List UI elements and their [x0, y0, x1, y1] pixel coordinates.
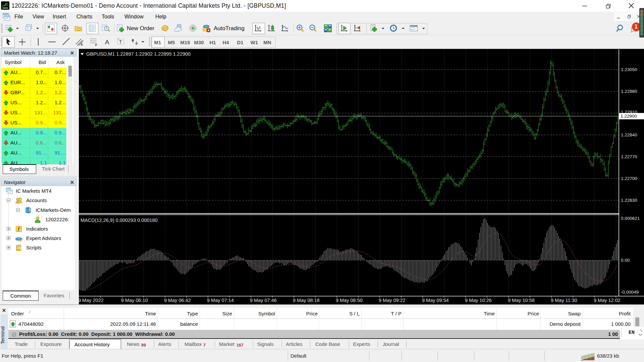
svg-text:9 May 06:42: 9 May 06:42 [164, 298, 191, 303]
svg-text:9 May 11:30: 9 May 11:30 [551, 298, 577, 303]
svg-text:9 May 07:46: 9 May 07:46 [250, 298, 277, 303]
svg-text:9 May 08:50: 9 May 08:50 [336, 298, 363, 303]
svg-text:1.22980: 1.22980 [621, 89, 637, 94]
svg-text:1.22630: 1.22630 [621, 198, 637, 203]
svg-text:1.22840: 1.22840 [621, 132, 637, 137]
svg-text:1.22910: 1.22910 [621, 110, 637, 115]
svg-text:9 May 07:14: 9 May 07:14 [207, 298, 234, 303]
svg-text:0.00: 0.00 [621, 258, 630, 263]
svg-text:F: F [95, 43, 97, 46]
svg-text:GBPUSD,M1 1.22897 1.22902 1.2: GBPUSD,M1 1.22897 1.22902 1.22895 1.2290… [86, 51, 191, 57]
svg-text:IC: IC [5, 3, 8, 6]
svg-text:1.23050: 1.23050 [621, 67, 637, 72]
svg-text:9 May 08:18: 9 May 08:18 [293, 298, 320, 303]
svg-text:E: E [81, 43, 83, 46]
svg-text:MACD(12,26,9) 0.000293 0.00018: MACD(12,26,9) 0.000293 0.000180 [80, 218, 158, 223]
svg-text:9 May 10:58: 9 May 10:58 [508, 298, 535, 303]
svg-text:1.22770: 1.22770 [621, 154, 637, 159]
svg-text:9 May 10:26: 9 May 10:26 [465, 298, 492, 303]
svg-text:9 May 2022: 9 May 2022 [78, 298, 104, 303]
svg-text:T: T [119, 39, 122, 45]
svg-text:0.000621: 0.000621 [621, 216, 640, 221]
svg-text:-0.00049: -0.00049 [621, 290, 639, 295]
svg-text:9 May 06:10: 9 May 06:10 [121, 298, 148, 303]
svg-text:A: A [105, 39, 109, 46]
svg-text:9 May 09:22: 9 May 09:22 [379, 298, 406, 303]
svg-text:9 May 09:54: 9 May 09:54 [422, 298, 449, 303]
svg-text:1.22700: 1.22700 [621, 176, 637, 181]
svg-text:9 May 12:02: 9 May 12:02 [594, 298, 621, 303]
